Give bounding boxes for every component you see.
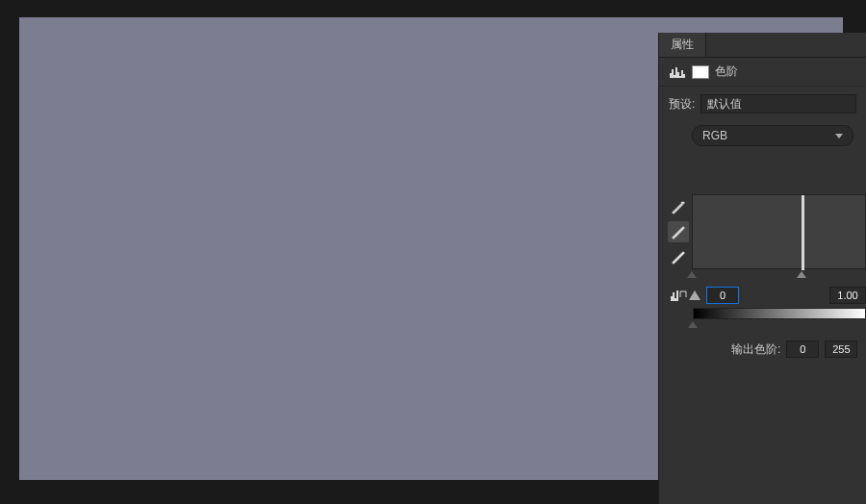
panel-tab-bar: 属性 [659,33,866,58]
tab-properties-label: 属性 [671,37,694,53]
output-levels-slider[interactable] [693,321,866,331]
adjustment-label: 色阶 [715,63,738,80]
output-levels-label: 输出色阶: [731,341,780,358]
adjustment-header: 色阶 [659,58,866,87]
channel-row: RGB [659,121,866,154]
output-black-field[interactable] [786,340,819,358]
input-black-handle[interactable] [687,271,697,278]
input-gamma-field[interactable] [829,287,866,304]
mask-thumbnail[interactable] [692,65,709,79]
eyedropper-gray-button[interactable] [668,221,689,242]
channel-value: RGB [702,129,727,142]
levels-icon [669,65,686,79]
auto-icon[interactable] [668,288,689,303]
eyedropper-column [668,196,691,267]
chevron-down-icon [835,134,843,139]
input-levels-row [668,285,866,306]
output-white-field[interactable] [825,340,857,358]
input-levels-slider[interactable] [692,271,866,281]
output-black-handle[interactable] [688,321,698,328]
channel-dropdown[interactable]: RGB [692,125,853,146]
eyedropper-black-button[interactable] [668,196,689,217]
histogram-peak [802,195,804,270]
preset-row: 预设: 默认值 [659,87,866,121]
histogram [692,194,866,269]
preset-dropdown[interactable]: 默认值 [700,94,856,113]
preset-value: 默认值 [707,96,742,113]
eyedropper-white-button[interactable] [668,246,689,267]
input-gray-handle[interactable] [797,271,806,278]
input-black-field[interactable] [706,287,739,304]
output-levels-row: 输出色阶: [731,340,857,358]
warning-icon [689,290,700,300]
output-gradient [693,308,866,319]
tab-properties[interactable]: 属性 [659,33,706,57]
preset-label: 预设: [669,96,695,113]
